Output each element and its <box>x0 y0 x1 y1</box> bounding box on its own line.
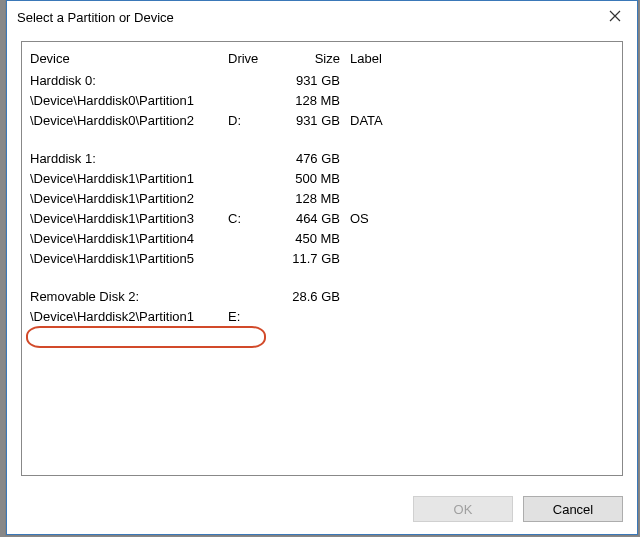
cell-device: \Device\Harddisk2\Partition1 <box>30 309 228 324</box>
annotation-highlight <box>26 326 266 348</box>
list-item[interactable]: \Device\Harddisk1\Partition511.7 GB <box>22 248 622 268</box>
col-header-device: Device <box>30 51 228 66</box>
list-item[interactable]: \Device\Harddisk2\Partition1E: <box>22 306 622 326</box>
cancel-button[interactable]: Cancel <box>523 496 623 522</box>
cell-device: \Device\Harddisk1\Partition4 <box>30 231 228 246</box>
window-title: Select a Partition or Device <box>17 10 174 25</box>
cell-size: 11.7 GB <box>268 251 350 266</box>
ok-button[interactable]: OK <box>413 496 513 522</box>
cell-size: 476 GB <box>268 151 350 166</box>
list-item[interactable]: \Device\Harddisk1\Partition3C:464 GBOS <box>22 208 622 228</box>
close-button[interactable] <box>592 2 637 32</box>
close-icon <box>609 10 621 25</box>
cell-label: DATA <box>350 113 614 128</box>
list-item[interactable]: Harddisk 1:476 GB <box>22 148 622 168</box>
col-header-size: Size <box>268 51 350 66</box>
cell-device: \Device\Harddisk1\Partition1 <box>30 171 228 186</box>
list-item[interactable]: \Device\Harddisk0\Partition2D:931 GBDATA <box>22 110 622 130</box>
cell-device: \Device\Harddisk1\Partition5 <box>30 251 228 266</box>
cell-device: Harddisk 0: <box>30 73 228 88</box>
cell-device: \Device\Harddisk1\Partition2 <box>30 191 228 206</box>
list-item[interactable]: \Device\Harddisk0\Partition1128 MB <box>22 90 622 110</box>
cell-device: Removable Disk 2: <box>30 289 228 304</box>
blank-row <box>22 268 622 286</box>
list-item[interactable]: \Device\Harddisk1\Partition1500 MB <box>22 168 622 188</box>
dialog-content: Device Drive Size Label Harddisk 0:931 G… <box>7 33 637 486</box>
cell-label: OS <box>350 211 614 226</box>
cell-device: \Device\Harddisk0\Partition1 <box>30 93 228 108</box>
list-item[interactable]: \Device\Harddisk1\Partition2128 MB <box>22 188 622 208</box>
cell-drive: E: <box>228 309 268 324</box>
cell-device: \Device\Harddisk0\Partition2 <box>30 113 228 128</box>
dialog-footer: OK Cancel <box>7 486 637 534</box>
cell-device: Harddisk 1: <box>30 151 228 166</box>
dialog-window: Select a Partition or Device Device Driv… <box>6 0 638 535</box>
cell-drive: D: <box>228 113 268 128</box>
cell-size: 128 MB <box>268 93 350 108</box>
cell-size: 500 MB <box>268 171 350 186</box>
cell-drive: C: <box>228 211 268 226</box>
cell-device: \Device\Harddisk1\Partition3 <box>30 211 228 226</box>
list-item[interactable]: Removable Disk 2:28.6 GB <box>22 286 622 306</box>
col-header-label: Label <box>350 51 614 66</box>
list-item[interactable]: Harddisk 0:931 GB <box>22 70 622 90</box>
cell-size: 450 MB <box>268 231 350 246</box>
col-header-drive: Drive <box>228 51 268 66</box>
list-item[interactable]: \Device\Harddisk1\Partition4450 MB <box>22 228 622 248</box>
cell-size: 931 GB <box>268 113 350 128</box>
cell-size: 464 GB <box>268 211 350 226</box>
cell-size: 28.6 GB <box>268 289 350 304</box>
blank-row <box>22 130 622 148</box>
partition-list[interactable]: Device Drive Size Label Harddisk 0:931 G… <box>21 41 623 476</box>
titlebar: Select a Partition or Device <box>7 1 637 33</box>
cell-size: 128 MB <box>268 191 350 206</box>
list-header: Device Drive Size Label <box>22 48 622 70</box>
cell-size: 931 GB <box>268 73 350 88</box>
